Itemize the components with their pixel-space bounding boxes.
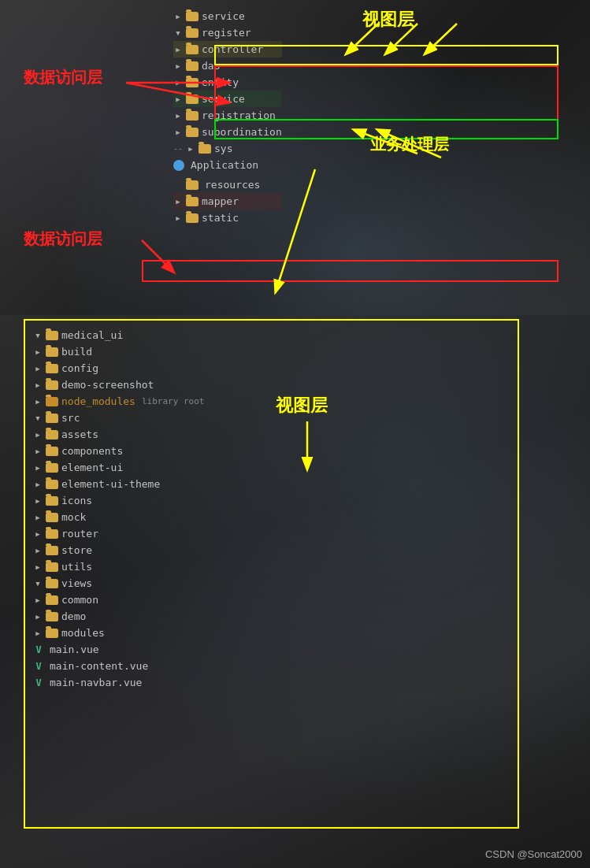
arrow-icon: ▶ (33, 430, 43, 440)
list-item[interactable]: ▶ build (32, 343, 206, 360)
item-label: service (202, 93, 245, 105)
list-item[interactable]: ▶ common (32, 592, 206, 608)
data-access-label-1: 数据访问层 (24, 67, 102, 88)
item-label: Application (191, 159, 258, 171)
list-item[interactable]: ▶ modules (32, 625, 206, 641)
folder-icon (186, 12, 199, 21)
folder-icon (186, 180, 199, 190)
arrow-icon: ▶ (33, 380, 43, 390)
item-label: static (202, 212, 239, 224)
arrow-icon: ▶ (173, 78, 183, 87)
list-item[interactable]: ▶ static (173, 210, 282, 226)
arrow-icon: ▼ (33, 414, 43, 423)
list-item[interactable]: ▶ dao (173, 57, 282, 74)
item-label: demo-screenshot (61, 379, 154, 391)
list-item[interactable]: V main.vue (32, 641, 206, 658)
folder-icon (186, 28, 199, 38)
item-label: main-navbar.vue (50, 677, 142, 688)
item-label: modules (61, 627, 105, 639)
vue-icon: V (33, 677, 44, 688)
folder-icon (46, 513, 58, 522)
list-item[interactable]: V main-navbar.vue (32, 674, 206, 691)
folder-icon (46, 447, 58, 456)
list-item[interactable]: ▼ src (32, 410, 206, 426)
arrow-icon: ▶ (33, 364, 43, 373)
arrow-icon: ▶ (173, 61, 183, 71)
list-item[interactable]: ▶ controller (173, 41, 282, 57)
list-item[interactable]: ▼ medical_ui (32, 327, 206, 343)
folder-icon (46, 463, 58, 473)
arrow-icon: ▼ (173, 28, 183, 38)
list-item[interactable]: ▶ demo-screenshot (32, 377, 206, 393)
folder-icon (46, 364, 58, 373)
item-label: components (61, 445, 123, 457)
list-item[interactable]: ▶ node_modules library root (32, 393, 206, 410)
list-item[interactable]: ▶ utils (32, 558, 206, 575)
view-layer-label-bottom: 视图层 (276, 394, 328, 417)
business-layer-label: 业务处理层 (370, 134, 449, 155)
bottom-file-tree: ▼ medical_ui ▶ build ▶ config ▶ demo-scr… (32, 323, 206, 695)
list-item[interactable]: ▶ demo (32, 608, 206, 625)
item-label: router (61, 528, 98, 540)
list-item[interactable]: resources (173, 176, 282, 193)
item-label: mapper (202, 195, 239, 207)
list-item[interactable]: ▶ router (32, 525, 206, 542)
list-item[interactable]: ▼ register (173, 24, 282, 41)
item-label: service (202, 10, 245, 22)
item-label: subordination (202, 126, 282, 138)
list-item[interactable]: ▶ mapper (173, 193, 282, 210)
item-label: common (61, 594, 98, 606)
list-item[interactable]: ▶ registration (173, 107, 282, 124)
arrow-icon: ▶ (173, 213, 183, 223)
item-label: entity (202, 76, 239, 88)
item-label: views (61, 577, 92, 589)
list-item[interactable]: ▶ assets (32, 426, 206, 443)
view-layer-label-top: 视图层 (362, 8, 414, 32)
item-label: src (61, 412, 80, 424)
folder-icon (46, 496, 58, 506)
vue-icon: V (33, 644, 44, 655)
folder-icon (46, 546, 58, 555)
arrow-icon: ▶ (186, 144, 195, 154)
item-label: mock (61, 511, 86, 523)
list-item[interactable]: ▶ element-ui (32, 459, 206, 476)
watermark: CSDN @Soncat2000 (485, 848, 582, 860)
list-item[interactable]: ▶ entity (173, 74, 282, 91)
list-item[interactable]: ▶ config (32, 360, 206, 377)
list-item[interactable]: Application (173, 157, 282, 173)
arrow-icon: ▶ (173, 45, 183, 54)
list-item[interactable]: V main-content.vue (32, 658, 206, 674)
list-item[interactable]: -- ▶ sys (173, 140, 282, 157)
list-item[interactable]: ▶ element-ui-theme (32, 476, 206, 492)
top-bg-overlay (0, 0, 590, 315)
arrow-icon: ▶ (33, 397, 43, 406)
item-label: main-content.vue (50, 660, 148, 672)
item-label: demo (61, 610, 86, 622)
item-label: element-ui (61, 462, 123, 473)
arrow-icon: ▶ (33, 546, 43, 555)
folder-icon (46, 612, 58, 621)
arrow-icon: ▶ (33, 612, 43, 621)
item-label: dao (202, 60, 220, 72)
list-item[interactable]: ▶ icons (32, 492, 206, 509)
folder-icon (186, 61, 199, 71)
arrow-icon: ▶ (33, 629, 43, 638)
folder-icon (46, 380, 58, 390)
item-label: sys (214, 143, 232, 154)
library-root-label: library root (142, 396, 204, 406)
list-item[interactable]: ▶ mock (32, 509, 206, 525)
list-item[interactable]: ▶ service (173, 8, 282, 24)
arrow-icon: ▶ (33, 595, 43, 605)
folder-icon (46, 347, 58, 357)
list-item[interactable]: ▶ subordination (173, 124, 282, 140)
folder-icon (199, 144, 211, 154)
list-item[interactable]: ▶ service (173, 91, 282, 107)
data-access-label-2: 数据访问层 (24, 228, 102, 250)
list-item[interactable]: ▶ components (32, 443, 206, 459)
item-label: registration (202, 109, 276, 121)
folder-icon (46, 480, 58, 489)
item-label: node_modules (61, 395, 135, 407)
list-item[interactable]: ▼ views (32, 575, 206, 592)
top-file-tree: ▶ service ▼ register ▶ controller ▶ dao … (173, 0, 282, 234)
list-item[interactable]: ▶ store (32, 542, 206, 558)
